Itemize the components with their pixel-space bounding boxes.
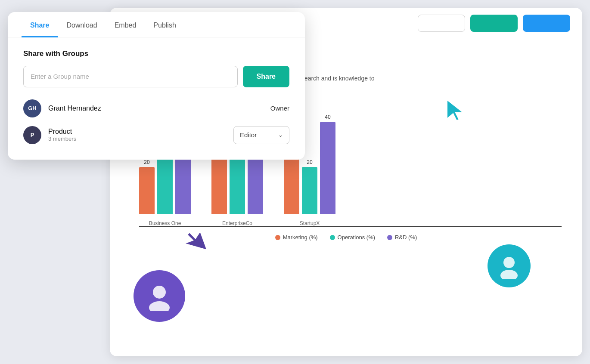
bar-teal xyxy=(157,154,173,214)
header-btn-teal[interactable] xyxy=(470,15,518,32)
tab-publish[interactable]: Publish xyxy=(145,12,184,37)
bar-purple xyxy=(175,154,191,214)
member-list: GH Grant Hernandez Owner P Product 3 mem… xyxy=(23,99,289,144)
section-title: Share with Groups xyxy=(23,49,289,58)
chart-baseline xyxy=(139,226,562,227)
member-row-grant: GH Grant Hernandez Owner xyxy=(23,99,289,117)
bar-wrapper: 20 xyxy=(302,159,317,214)
svg-marker-0 xyxy=(447,100,463,120)
bar-group-label: Business One xyxy=(149,220,181,226)
bar-orange xyxy=(139,167,155,214)
tab-share[interactable]: Share xyxy=(22,12,58,37)
share-modal: Share Download Embed Publish Share with … xyxy=(8,12,305,160)
legend-dot-rd xyxy=(387,235,392,240)
member-sub-product: 3 members xyxy=(48,136,227,142)
svg-point-2 xyxy=(500,270,518,279)
modal-body: Share with Groups Share GH Grant Hernand… xyxy=(8,37,305,144)
legend-dot-marketing xyxy=(275,235,280,240)
tabs-row: Share Download Embed Publish xyxy=(8,12,305,37)
avatar-circle-teal xyxy=(488,244,531,287)
legend-item-operations: Operations (%) xyxy=(330,234,375,241)
bar-group-label: EnterpriseCo xyxy=(222,220,252,226)
member-name-grant: Grant Hernandez xyxy=(48,105,264,112)
member-row-product: P Product 3 members Editor ⌄ xyxy=(23,126,289,144)
header-btn-white[interactable] xyxy=(418,15,465,32)
cursor-arrow-teal xyxy=(445,98,466,124)
legend-item-rd: R&D (%) xyxy=(387,234,417,241)
legend-item-marketing: Marketing (%) xyxy=(275,234,318,241)
tab-download[interactable]: Download xyxy=(58,12,106,37)
role-dropdown-label: Editor xyxy=(240,131,257,139)
bar-group-label: StartupX xyxy=(300,220,320,226)
cursor-arrow-purple xyxy=(183,230,205,257)
member-info-product: Product 3 members xyxy=(48,128,227,142)
svg-point-4 xyxy=(153,286,166,299)
svg-point-5 xyxy=(149,301,170,311)
share-button[interactable]: Share xyxy=(243,66,289,87)
bar-purple xyxy=(320,122,335,214)
header-btn-blue[interactable] xyxy=(523,15,570,32)
bar-wrapper: 20 xyxy=(139,159,155,214)
legend-dot-operations xyxy=(330,235,335,240)
group-name-input[interactable] xyxy=(23,66,238,87)
avatar-grant: GH xyxy=(23,99,41,117)
bar-wrapper: 40 xyxy=(320,114,335,214)
svg-marker-3 xyxy=(181,229,207,256)
member-role-grant: Owner xyxy=(270,105,289,112)
tab-embed[interactable]: Embed xyxy=(106,12,145,37)
member-info-grant: Grant Hernandez xyxy=(48,105,264,112)
role-dropdown-product[interactable]: Editor ⌄ xyxy=(233,126,289,144)
member-name-product: Product xyxy=(48,128,227,136)
bar-teal xyxy=(302,167,317,214)
input-row: Share xyxy=(23,66,289,87)
avatar-circle-purple xyxy=(134,270,185,322)
svg-point-1 xyxy=(503,257,515,268)
chevron-down-icon: ⌄ xyxy=(278,132,283,138)
avatar-product: P xyxy=(23,126,41,144)
